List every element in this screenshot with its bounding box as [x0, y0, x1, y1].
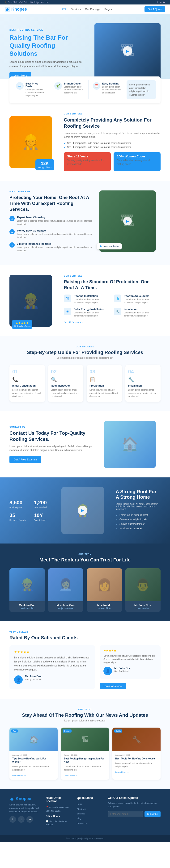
protecting-heading: Protecting Your Home, One Roof At A Time…	[9, 195, 92, 212]
section-providing: 👷 12K Happy Clients Our Services Complet…	[0, 103, 170, 181]
service-install: 🔧 Installation Lorem ipsum dolor sit ame…	[114, 308, 161, 318]
news-meta-3: January 20, 2024	[115, 754, 158, 756]
social-fb[interactable]: f	[154, 1, 155, 4]
see-all-button[interactable]: See All Services ›	[64, 321, 161, 323]
contact-img-box: 🏠	[104, 421, 156, 468]
stats-check-3: Sed do eiusmod tempor	[116, 523, 161, 525]
steps-grid: 01 📞 Initial Consultation Lorem ipsum do…	[9, 365, 161, 402]
footer-link-4[interactable]: Blog	[77, 817, 103, 820]
stats-mid-img-box: 👷 ▶	[61, 487, 104, 534]
section-testimonials: Testimonials Rated By Our Satisfied Clie…	[0, 621, 170, 699]
social-tw[interactable]: t	[157, 1, 158, 4]
protecting-play-button[interactable]: ▶	[123, 217, 132, 225]
news-img-3: 🔧 Guide	[112, 727, 161, 751]
stat-roof-installed: 1,200 Roof Installed	[34, 500, 54, 508]
providing-desc: Lorem ipsum dolor sit amet, consectetur …	[64, 131, 161, 139]
footer: Knopee Lorem ipsum dolor sit amet, conse…	[0, 789, 170, 835]
team-tag: Our Team	[9, 553, 161, 555]
newsletter-subscribe-button[interactable]: Subscribe	[144, 811, 161, 817]
stats-right: A Strong Roof For A Strong Home Lorem ip…	[116, 489, 161, 532]
stats-desc: Lorem ipsum dolor sit amet, consectetur …	[116, 503, 161, 510]
nav-link-package[interactable]: Our Package	[85, 8, 100, 11]
nav-link-services[interactable]: Services	[71, 8, 81, 11]
hero-play-button[interactable]: ▶	[123, 46, 132, 56]
footer-social-fb[interactable]: f	[9, 816, 16, 823]
team-member-1: 👷 Mr. John Doe Senior Roofer	[9, 568, 45, 612]
news-cta-2[interactable]: Learn More →	[64, 774, 78, 777]
testi-main-avatar: 👤	[14, 675, 23, 684]
providing-image: 👷 12K Happy Clients	[9, 116, 57, 168]
nav-link-home[interactable]: Home	[60, 7, 66, 11]
location-icon: 📍	[46, 806, 49, 809]
feature-booking-title: Easy Booking	[102, 82, 122, 85]
navbar: Knopee Home Services Our Package Pages G…	[0, 4, 170, 14]
install-icon: 🔧	[114, 308, 121, 315]
news-cta-3[interactable]: Learn More →	[115, 771, 129, 773]
testi-main-text: Lorem ipsum dolor sit amet, consectetur …	[14, 656, 90, 672]
feature-branch: 🌿 Branch Cover Lorem ipsum dolor sit ame…	[52, 80, 86, 100]
newsletter-email-input[interactable]	[108, 811, 143, 817]
testi-stars-main: ★★★★★	[14, 650, 90, 654]
top-bar: 📞 91 - 8018 - 51891 ✉ info@email.com f t…	[0, 0, 170, 4]
protect-item-2: 02 Money Back Guarantee Lorem ipsum dolo…	[9, 229, 92, 239]
footer-head-office: Head Office Location 📍 123 Main Street, …	[46, 796, 72, 828]
providing-heading: Completely Providing Any Solution For Ro…	[64, 117, 161, 129]
team-img-3: 👩	[87, 568, 122, 601]
footer-link-5[interactable]: Contact Us	[77, 822, 103, 825]
footer-logo: Knopee	[9, 796, 41, 801]
branch-icon: 🌿	[54, 82, 62, 90]
news-badge-2: Design	[63, 730, 72, 733]
testi-main-author: 👤 Mr. John Doe Happy Customer	[14, 675, 90, 685]
stat-hours: 10Y Expert Hours	[34, 513, 54, 521]
contact-cta-button[interactable]: Get A Free Estimate	[9, 456, 41, 463]
contact-tag: Contact Us	[9, 426, 97, 428]
solar-icon: ☀	[64, 308, 71, 315]
steps-subtitle: Lorem ipsum dolor sit amet consectetur a…	[9, 356, 161, 359]
testi-tag: Testimonials	[9, 631, 161, 633]
footer-quick-links: Quick Links Home About Us Services Blog …	[77, 796, 103, 828]
news-cta-1[interactable]: Learn More →	[12, 774, 26, 777]
nav-link-pages[interactable]: Pages	[104, 8, 112, 11]
nav-logo[interactable]: Knopee	[5, 7, 27, 12]
footer-social-in[interactable]: in	[26, 816, 33, 823]
news-card-2: 🏗 Design January 15, 2024 Best Rooftop D…	[61, 727, 109, 780]
news-card-3: 🔧 Guide January 20, 2024 Best Tools For …	[112, 727, 161, 780]
hero-tag: Best Roofing Service	[9, 28, 90, 32]
footer-link-2[interactable]: About Us	[77, 807, 103, 811]
nav-cta-button[interactable]: Get A Quote	[144, 6, 165, 12]
footer-address: 📍 123 Main Street, New York, NY 10001	[46, 806, 72, 812]
steps-heading: Step-By-Step Guide For Providing Roofing…	[9, 350, 161, 355]
standard-heading: Raising the Standard Of Protection, One …	[64, 279, 161, 290]
protect-item-1: 01 Expert Team Choosing Lorem ipsum dolo…	[9, 216, 92, 226]
news-heading: Stay Ahead Of The Roofing With Our News …	[9, 712, 161, 718]
team-grid: 👷 Mr. John Doe Senior Roofer 👩‍💼 Mrs. Ja…	[9, 568, 161, 612]
news-desc-1: Lorem ipsum dolor sit amet consectetur a…	[12, 765, 55, 772]
booking-icon: 📅	[93, 82, 101, 90]
news-desc-3: Lorem ipsum dolor sit amet consectetur a…	[115, 762, 158, 768]
news-grid: 🏠 Tips January 10, 2024 Tips Secure Roof…	[9, 727, 161, 780]
protecting-img-box: 🏗 ▶ Info Consultation	[99, 190, 156, 252]
stats-play-button[interactable]: ▶	[78, 506, 87, 515]
stat-cover: 100+ Women Cover Comprehensive coverage …	[114, 152, 161, 171]
team-member-3: 👩 Mrs. Nafida Safety Officer	[87, 568, 122, 612]
footer-link-1[interactable]: Home	[77, 802, 103, 806]
testi-layout: ★★★★★ Lorem ipsum dolor sit amet, consec…	[9, 645, 161, 690]
protecting-image: 🏗 ▶ Info Consultation	[99, 190, 161, 256]
footer-link-3[interactable]: Services	[77, 812, 103, 815]
footer-desc: Lorem ipsum dolor sit amet, consectetur …	[9, 803, 41, 813]
footer-links-list: Home About Us Services Blog Contact Us	[77, 802, 103, 825]
providing-text: Our Services Completely Providing Any So…	[64, 113, 161, 171]
providing-checks: Sed ut perspiciatis unde omnis iste natu…	[64, 142, 161, 149]
feature-branch-desc: Lorem ipsum dolor sit amet consectetur a…	[64, 86, 84, 94]
testi-review-button[interactable]: Leave A Review	[100, 683, 125, 689]
footer-social: f t in	[9, 816, 41, 823]
footer-social-tw[interactable]: t	[18, 816, 25, 823]
footer-hours: 🕐 Mon - Fri: 8:00am - 6:00pm	[46, 819, 72, 827]
service-grid: 🏗 Roofing Installation Lorem ipsum dolor…	[64, 294, 161, 318]
clock-icon: 🕐	[46, 820, 49, 823]
section-stats: 8,500 Roof Repaired 1,200 Roof Installed…	[0, 477, 170, 544]
social-yt[interactable]: ▶	[163, 1, 165, 4]
service-solar: ☀ Solar Energy Installation Lorem ipsum …	[64, 308, 111, 318]
social-in[interactable]: in	[160, 1, 162, 4]
news-meta-1: January 10, 2024	[12, 754, 55, 756]
